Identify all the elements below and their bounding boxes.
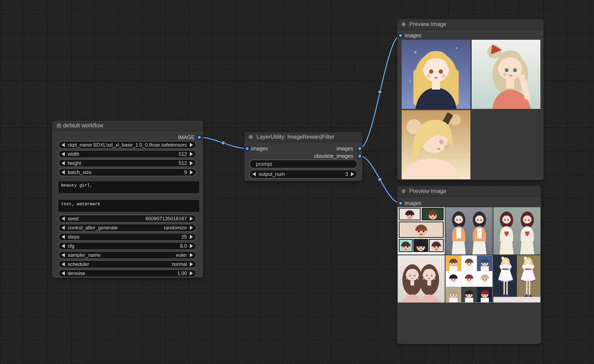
widget-value: 8.0 [180, 243, 187, 249]
widget-sampler-name[interactable]: sampler_name euler [58, 251, 196, 259]
widget-scheduler[interactable]: scheduler normal [58, 260, 196, 268]
widget-label: batch_size [68, 169, 92, 175]
output-label-image: IMAGE [178, 134, 195, 140]
widget-seed[interactable]: seed 600907135018167 [58, 215, 196, 222]
widget-label: denoise [68, 270, 85, 276]
widget-value: euler [176, 252, 187, 258]
obsolete-images-output-port[interactable] [358, 155, 361, 158]
widget-output-num[interactable]: output_num 3 [249, 170, 357, 178]
next-arrow-icon[interactable] [190, 170, 193, 174]
link-midpoint-dot [378, 178, 382, 181]
widget-label: height [68, 160, 81, 166]
images-input-port[interactable] [246, 147, 249, 150]
next-arrow-icon[interactable] [190, 262, 193, 266]
input-label-images: images [405, 33, 421, 39]
widget-cfg[interactable]: cfg 8.0 [58, 242, 196, 250]
node-header[interactable]: Preview Image [397, 19, 543, 30]
prompt-field[interactable]: prompt [249, 160, 357, 168]
link-midpoint-dot [378, 90, 382, 94]
widget-control-after-generate[interactable]: control_after_generate randomize [58, 224, 196, 232]
prev-arrow-icon[interactable] [62, 226, 65, 230]
next-arrow-icon[interactable] [190, 253, 193, 257]
output-label-images: images [337, 146, 353, 152]
node-image-reward-filter[interactable]: LayerUtility: ImageRewardFilter images i… [244, 132, 362, 181]
widget-label: output_num [259, 171, 285, 177]
preview-image-thumbnail [446, 255, 493, 303]
image-output-port[interactable] [198, 136, 201, 139]
node-title: Preview Image [409, 188, 446, 195]
prev-arrow-icon[interactable] [62, 143, 65, 147]
preview-image-thumbnail [402, 40, 470, 109]
next-arrow-icon[interactable] [190, 235, 193, 239]
collapse-dot-icon[interactable] [402, 22, 405, 26]
prev-arrow-icon[interactable] [62, 271, 65, 275]
negative-prompt-textarea[interactable]: text, watermark [58, 200, 199, 212]
widget-denoise[interactable]: denoise 1.00 [58, 269, 196, 277]
prev-arrow-icon[interactable] [62, 152, 65, 156]
widget-label: seed [68, 216, 78, 222]
positive-prompt-textarea[interactable]: beauty girl, [58, 181, 199, 193]
widget-height[interactable]: height 512 [58, 159, 196, 167]
collapse-dot-icon[interactable] [402, 189, 405, 193]
collapse-dot-icon[interactable] [249, 135, 253, 139]
next-arrow-icon[interactable] [190, 271, 193, 275]
next-arrow-icon[interactable] [190, 161, 193, 165]
widget-value: 512 [179, 151, 187, 157]
images-input-port[interactable] [399, 202, 402, 205]
widget-value: 3 [345, 171, 348, 177]
widget-value: SDXL\sd_xl_base_1.0_0.9vae.safetensors [93, 142, 187, 148]
widget-label: ckpt_name [68, 142, 92, 148]
preview-image-thumbnail [446, 207, 493, 255]
widget-value: 512 [179, 160, 187, 166]
widget-label: cfg [68, 243, 74, 249]
next-arrow-icon[interactable] [190, 244, 193, 248]
node-header[interactable]: default workflow [52, 121, 203, 131]
prev-arrow-icon[interactable] [62, 244, 65, 248]
node-preview-image-bottom[interactable]: Preview Image images [397, 186, 541, 344]
node-graph-canvas[interactable]: default workflow IMAGE ckpt_name SDXL\sd… [0, 0, 594, 364]
node-header[interactable]: Preview Image [397, 186, 541, 197]
prev-arrow-icon[interactable] [253, 172, 256, 176]
widget-value: 1.00 [177, 270, 187, 276]
images-input-port[interactable] [399, 34, 402, 37]
node-header[interactable]: LayerUtility: ImageRewardFilter [244, 132, 362, 142]
widget-width[interactable]: width 512 [58, 150, 196, 158]
prev-arrow-icon[interactable] [62, 161, 65, 165]
preview-image-thumbnail [402, 110, 470, 179]
widget-label: sampler_name [68, 252, 101, 258]
prev-arrow-icon[interactable] [62, 170, 65, 174]
widget-ckpt-name[interactable]: ckpt_name SDXL\sd_xl_base_1.0_0.9vae.saf… [58, 141, 196, 149]
preview-image-thumbnail [398, 255, 445, 303]
prev-arrow-icon[interactable] [62, 216, 65, 221]
input-label-images: images [405, 200, 421, 206]
next-arrow-icon[interactable] [190, 143, 193, 147]
preview-image-thumbnail [472, 40, 540, 109]
node-title: LayerUtility: ImageRewardFilter [256, 134, 335, 140]
node-default-workflow[interactable]: default workflow IMAGE ckpt_name SDXL\sd… [52, 121, 203, 278]
widget-label: width [68, 151, 79, 157]
widget-batch-size[interactable]: batch_size 9 [58, 168, 196, 176]
node-title: default workflow [63, 122, 103, 129]
widget-value: 600907135018167 [146, 216, 187, 222]
prev-arrow-icon[interactable] [62, 262, 65, 266]
next-arrow-icon[interactable] [190, 152, 193, 156]
next-arrow-icon[interactable] [351, 172, 354, 176]
widget-value: normal [172, 261, 187, 267]
prev-arrow-icon[interactable] [62, 253, 65, 257]
prev-arrow-icon[interactable] [62, 235, 65, 239]
widget-value: 25 [181, 234, 187, 240]
group-node-grid-icon [57, 124, 58, 125]
preview-image-thumbnail [493, 255, 540, 303]
widget-label: scheduler [68, 261, 89, 267]
widget-value: 9 [184, 169, 187, 175]
preview-image-thumbnail [398, 207, 445, 255]
widget-label: control_after_generate [68, 225, 118, 231]
node-preview-image-top[interactable]: Preview Image images [397, 19, 543, 180]
widget-label: steps [68, 234, 80, 240]
link-midpoint-dot [221, 141, 225, 145]
images-output-port[interactable] [358, 147, 361, 150]
next-arrow-icon[interactable] [190, 226, 193, 230]
next-arrow-icon[interactable] [190, 216, 193, 221]
input-label-images: images [251, 146, 268, 152]
widget-steps[interactable]: steps 25 [58, 233, 196, 241]
